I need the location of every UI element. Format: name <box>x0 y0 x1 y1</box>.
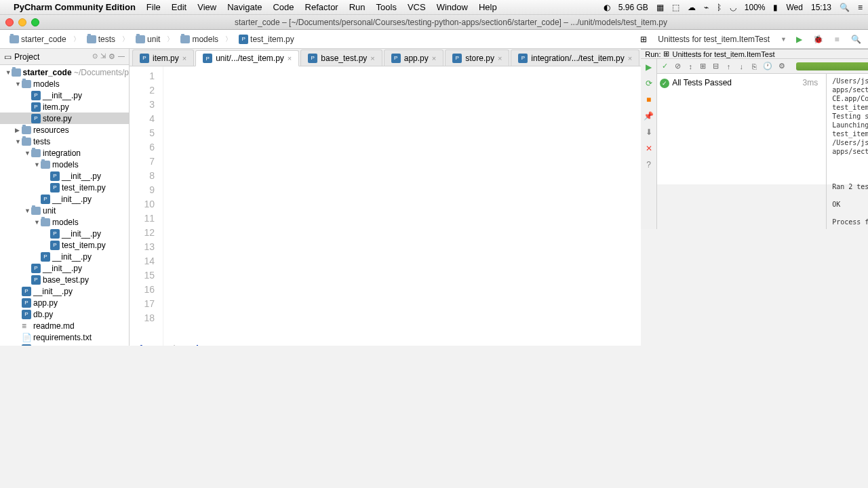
expand-all-icon[interactable]: ⊞ <box>700 61 707 72</box>
menu-file[interactable]: File <box>146 2 161 12</box>
tree-file[interactable]: P__init__.py <box>0 285 129 297</box>
menu-vcs[interactable]: VCS <box>408 2 426 12</box>
status-icon[interactable]: ◐ <box>604 3 610 12</box>
clock-time[interactable]: 15:13 <box>811 3 831 12</box>
menu-edit[interactable]: Edit <box>172 2 186 12</box>
prev-icon[interactable]: ↑ <box>725 61 732 72</box>
close-button[interactable]: ✕ <box>644 143 654 154</box>
menu-tools[interactable]: Tools <box>376 2 397 12</box>
spotlight-icon[interactable]: 🔍 <box>840 3 850 12</box>
dropdown-icon[interactable]: ▼ <box>781 36 787 43</box>
tree-file[interactable]: Papp.py <box>0 297 129 308</box>
gear-icon[interactable]: ⚙ <box>108 52 115 61</box>
tree-file[interactable]: P__init__.py <box>0 251 129 262</box>
toggle-autotest-button[interactable]: ■ <box>644 94 654 105</box>
tray-icon[interactable]: ☁ <box>688 3 696 12</box>
search-everywhere-button[interactable]: 🔍 <box>849 33 863 46</box>
test-tree[interactable]: ✓All Tests Passed 3ms <box>657 74 827 229</box>
tree-folder-integration[interactable]: ▼integration <box>0 147 129 159</box>
menu-help[interactable]: Help <box>479 2 497 12</box>
tree-folder-resources[interactable]: ▶resources <box>0 124 129 136</box>
tree-file[interactable]: P__init__.py <box>0 89 129 101</box>
tree-file[interactable]: Ptest_item.py <box>0 182 129 193</box>
breadcrumb-item[interactable]: models <box>176 33 222 45</box>
test-tree-root[interactable]: ✓All Tests Passed 3ms <box>660 77 823 89</box>
editor-tab[interactable]: Papp.py× <box>384 49 443 66</box>
menu-run[interactable]: Run <box>349 2 366 12</box>
code-editor[interactable]: 123456789101112131415161718 from unittes… <box>130 66 641 346</box>
close-icon[interactable]: × <box>182 54 186 62</box>
test-console[interactable]: /Users/jslvtr/Documents/personal/Courses… <box>827 74 868 229</box>
scroll-to-icon[interactable]: ⇲ <box>100 52 106 61</box>
tree-file[interactable]: P__init__.py <box>0 262 129 274</box>
project-tree[interactable]: ▼starter_code ~/Documents/p ▼models P__i… <box>0 65 129 346</box>
tray-icon[interactable]: ⌁ <box>704 3 709 12</box>
project-panel-header[interactable]: ▭ Project ⊙ ⇲ ⚙ — <box>0 49 129 65</box>
tree-file[interactable]: Pbase_test.py <box>0 274 129 285</box>
history-icon[interactable]: 🕐 <box>763 61 772 72</box>
rerun-failed-button[interactable]: ⟳ <box>644 78 654 89</box>
pin-button[interactable]: 📌 <box>644 110 654 121</box>
tree-folder[interactable]: ▼models <box>0 216 129 228</box>
breadcrumb-item[interactable]: starter_code <box>5 33 71 45</box>
tree-folder-unit[interactable]: ▼unit <box>0 205 129 216</box>
minimize-window-button[interactable] <box>18 18 26 26</box>
tree-folder[interactable]: ▼models <box>0 159 129 170</box>
clock-day[interactable]: Wed <box>786 3 802 12</box>
tree-file[interactable]: 📄requirements.txt <box>0 331 129 343</box>
tree-file[interactable]: P__init__.py <box>0 228 129 239</box>
tray-icon[interactable]: ▦ <box>656 3 664 12</box>
wifi-icon[interactable]: ◡ <box>730 3 736 12</box>
collapse-all-icon[interactable]: ⊟ <box>712 61 719 72</box>
tree-file-selected[interactable]: Pstore.py <box>0 113 129 124</box>
tree-file[interactable]: Pdb.py <box>0 308 129 320</box>
maximize-window-button[interactable] <box>31 18 39 26</box>
tree-file[interactable]: P__init__.py <box>0 193 129 205</box>
hide-icon[interactable]: — <box>118 52 125 61</box>
close-icon[interactable]: × <box>628 54 632 62</box>
run-panel-header[interactable]: Run: ⊞ Unittests for test_item.ItemTest … <box>641 49 868 59</box>
tree-root[interactable]: ▼starter_code ~/Documents/p <box>0 66 129 78</box>
close-icon[interactable]: × <box>288 54 292 62</box>
memory-indicator[interactable]: 5.96 GB <box>618 3 648 12</box>
close-icon[interactable]: × <box>432 54 436 62</box>
tray-icon[interactable]: ⬚ <box>672 3 679 12</box>
collapse-icon[interactable]: ⊙ <box>92 52 98 61</box>
debug-button[interactable]: 🐞 <box>811 33 825 46</box>
close-window-button[interactable] <box>5 18 14 26</box>
line-gutter[interactable]: 123456789101112131415161718 from unittes… <box>130 66 163 346</box>
menu-window[interactable]: Window <box>437 2 468 12</box>
help-button[interactable]: ? <box>644 159 654 170</box>
battery-indicator[interactable]: 100% <box>745 3 766 12</box>
editor-tab[interactable]: Pintegration/.../test_item.py× <box>511 49 639 66</box>
close-icon[interactable]: × <box>370 54 374 62</box>
tree-file[interactable]: Pitem.py <box>0 101 129 113</box>
gear-icon[interactable]: ⚙ <box>778 61 785 72</box>
editor-tab[interactable]: Pstore.py× <box>445 49 509 66</box>
sort-icon[interactable]: ↕ <box>687 61 694 72</box>
rerun-button[interactable]: ▶ <box>644 62 654 73</box>
down-button[interactable]: ⬇ <box>644 127 654 138</box>
menu-refactor[interactable]: Refactor <box>305 2 338 12</box>
battery-icon[interactable]: ▮ <box>773 3 778 12</box>
run-configuration-selector[interactable]: Unittests for test_item.ItemTest <box>652 33 775 45</box>
tree-folder-models[interactable]: ▼models <box>0 78 129 89</box>
run-button[interactable]: ▶ <box>792 33 806 46</box>
show-passed-icon[interactable]: ✓ <box>661 61 669 72</box>
tree-file[interactable]: Prun.py <box>0 343 129 346</box>
menu-view[interactable]: View <box>197 2 216 12</box>
editor-tab[interactable]: Pbase_test.py× <box>300 49 382 66</box>
show-ignored-icon[interactable]: ⊘ <box>674 61 682 72</box>
export-icon[interactable]: ⎘ <box>751 61 758 72</box>
bluetooth-icon[interactable]: ᛒ <box>717 3 722 12</box>
editor-tab-active[interactable]: Punit/.../test_item.py× <box>195 50 299 66</box>
tree-file[interactable]: Ptest_item.py <box>0 239 129 251</box>
breadcrumb-item[interactable]: Ptest_item.py <box>235 33 298 45</box>
tree-file[interactable]: ≡readme.md <box>0 320 129 331</box>
editor-tab[interactable]: Pitem.py× <box>132 49 194 66</box>
breadcrumb-item[interactable]: unit <box>132 33 164 45</box>
tree-folder-tests[interactable]: ▼tests <box>0 136 129 147</box>
tree-file[interactable]: P__init__.py <box>0 170 129 182</box>
breadcrumb-item[interactable]: tests <box>83 33 119 45</box>
menu-navigate[interactable]: Navigate <box>227 2 262 12</box>
